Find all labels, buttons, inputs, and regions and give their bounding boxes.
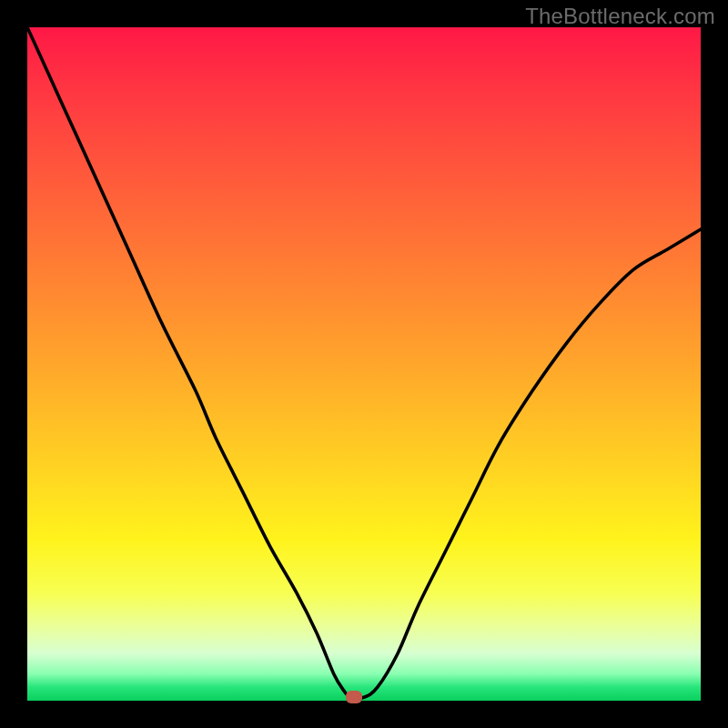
chart-frame: TheBottleneck.com bbox=[0, 0, 728, 728]
bottleneck-curve bbox=[27, 27, 701, 701]
optimum-marker bbox=[346, 691, 362, 703]
watermark-text: TheBottleneck.com bbox=[525, 4, 715, 29]
plot-area bbox=[27, 27, 701, 701]
